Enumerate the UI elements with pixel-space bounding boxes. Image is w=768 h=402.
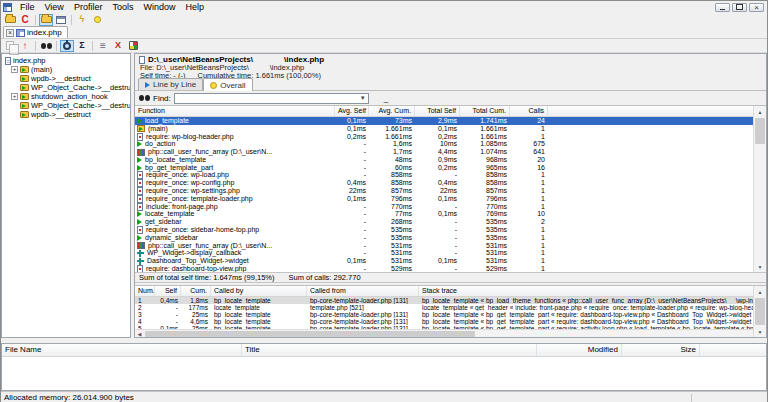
column-header-size[interactable]: Size — [622, 344, 700, 356]
menu-window[interactable]: Window — [138, 2, 180, 13]
memory-view-icon[interactable]: ≡ — [96, 40, 110, 52]
column-header-avg-cum[interactable]: Avg. Cum. — [369, 106, 415, 116]
column-header-title[interactable]: Title — [242, 344, 537, 356]
menu-view[interactable]: View — [40, 2, 69, 13]
open-folder-icon[interactable] — [39, 14, 53, 26]
table-row[interactable]: php::call_user_func_array (D:\_user\N...… — [135, 242, 753, 250]
table-row[interactable]: Dashboard_Top_Widget->widget0,1ms531ms0,… — [135, 257, 753, 265]
column-header-total-self[interactable]: Total Self — [415, 106, 460, 116]
table-row[interactable]: (main)0,1ms1.661ms0,1ms1.661ms1 — [135, 125, 753, 133]
overall-scrollbar[interactable]: ▲ ▼ — [753, 106, 766, 272]
table-row[interactable]: require: wp-blog-header.php0,2ms1.661ms0… — [135, 133, 753, 141]
function-name: require_once: wp-settings.php — [146, 187, 240, 195]
lamp-glyph — [94, 16, 101, 23]
menu-profiler[interactable]: Profiler — [69, 2, 108, 13]
timer-view-icon[interactable] — [60, 40, 74, 52]
tree-item-shutdown-action-hook[interactable]: +shutdown_action_hook — [2, 92, 130, 101]
scroll-down-icon[interactable]: ▼ — [754, 261, 766, 272]
table-row[interactable]: require_once: wp-settings.php22ms857ms22… — [135, 187, 753, 195]
table-row[interactable]: 10,4ms1,8msbp_locate_templatebp-core-tem… — [135, 297, 753, 304]
callers-hscrollbar[interactable]: ◀ — [135, 329, 753, 337]
reload-profile-icon[interactable]: C — [18, 14, 32, 26]
tree-item-wp-object-cache-destruct[interactable]: WP_Object_Cache->__destruct — [2, 101, 130, 110]
table-row[interactable]: do_action-1,6ms10ms1.085ms675 — [135, 140, 753, 148]
scroll-thumb[interactable] — [755, 298, 765, 325]
find-input[interactable]: ▼ — [174, 93, 369, 104]
column-header-modified[interactable]: Modified — [537, 344, 622, 356]
table-row[interactable]: WP_Widget->display_callback-531ms-531ms1 — [135, 250, 753, 258]
scroll-thumb[interactable] — [755, 118, 765, 144]
menu-tools[interactable]: Tools — [107, 2, 138, 13]
table-row[interactable]: 4-4,6msbp_locate_templatebp-core-templat… — [135, 318, 753, 325]
chart-view-icon[interactable] — [126, 40, 140, 52]
column-header-file-name[interactable]: File Name — [2, 344, 242, 356]
inc-icon — [137, 187, 143, 195]
table-row[interactable]: require_once: wp-load.php-858ms-858ms1 — [135, 172, 753, 180]
table-row[interactable]: require_once: wp-config.php0,4ms858ms0,4… — [135, 179, 753, 187]
column-header-calls[interactable]: Calls — [510, 106, 548, 116]
column-header-called-from[interactable]: Called from — [307, 286, 419, 296]
table-row[interactable]: get_sidebar-268ms-535ms2 — [135, 218, 753, 226]
value-cell: - — [335, 210, 369, 218]
expander-icon[interactable]: + — [11, 93, 18, 100]
app-icon[interactable] — [3, 3, 12, 12]
value-cell: 770ms — [460, 203, 510, 211]
table-row[interactable]: load_template0,1ms73ms2,9ms1.741ms24 — [135, 117, 753, 125]
column-header-self[interactable]: Self — [155, 286, 181, 296]
tab-index-php[interactable]: ×index.php — [3, 26, 68, 38]
tree-item-main[interactable]: +(main) — [2, 65, 130, 74]
copy-icon[interactable] — [3, 40, 17, 52]
callers-scrollbar[interactable]: ▲ ▼ — [753, 286, 766, 337]
table-row[interactable]: bp_get_template_part-60ms0,2ms965ms16 — [135, 164, 753, 172]
table-row[interactable]: bp_locate_template-48ms0,9ms968ms20 — [135, 156, 753, 164]
scroll-up-icon[interactable]: ▲ — [754, 106, 766, 117]
column-header-called-by[interactable]: Called by — [211, 286, 307, 296]
column-header-function[interactable]: Function — [135, 106, 335, 116]
hotspots-icon[interactable]: ↑ — [18, 40, 32, 52]
close-tab-icon[interactable]: × — [6, 29, 14, 37]
minimize-icon[interactable] — [715, 3, 730, 12]
chevron-down-icon[interactable]: ▼ — [360, 95, 368, 101]
column-header-num[interactable]: Num. — [135, 286, 155, 296]
table-row[interactable]: 3-25msbp_locate_templatebp-core-template… — [135, 311, 753, 318]
scroll-thumb[interactable] — [145, 331, 475, 337]
scroll-down-icon[interactable]: ▼ — [754, 326, 766, 337]
tab-overall[interactable]: Overall — [203, 78, 252, 91]
column-header-total-cum[interactable]: Total Cum. — [460, 106, 510, 116]
binoculars-glyph — [41, 43, 52, 49]
column-header-stack-trace[interactable]: Stack trace — [419, 286, 753, 296]
table-row[interactable]: require_once: template-loader.php0,1ms79… — [135, 195, 753, 203]
tab-line-by-line[interactable]: Line by Line — [138, 78, 203, 90]
column-header-cum[interactable]: Cum. — [181, 286, 211, 296]
table-row[interactable]: dynamic_sidebar-535ms-535ms1 — [135, 234, 753, 242]
tree-item-wpdb-destruct[interactable]: wpdb->__destruct — [2, 110, 130, 119]
tree-item-index-php[interactable]: index.php — [2, 56, 130, 65]
clear-icon[interactable]: X — [111, 40, 125, 52]
scroll-up-icon[interactable]: ▲ — [754, 286, 766, 297]
table-row[interactable]: require_once: sidebar-home-top.php-535ms… — [135, 226, 753, 234]
value-cell: 858ms — [460, 179, 510, 187]
find-icon[interactable] — [39, 40, 53, 52]
summary-view-icon[interactable]: Σ — [75, 40, 89, 52]
scroll-left-icon[interactable]: ◀ — [135, 330, 144, 337]
properties-icon[interactable] — [54, 14, 68, 26]
tree-item-wp-object-cache-destruct[interactable]: WP_Object_Cache->__destruct — [2, 83, 130, 92]
tree-item-wpdb-destruct[interactable]: wpdb->__destruct — [2, 74, 130, 83]
file-icon — [5, 57, 11, 65]
expander-icon[interactable]: + — [11, 66, 18, 73]
table-row[interactable]: php::call_user_func_array (D:\_user\N...… — [135, 148, 753, 156]
table-row[interactable]: require: dashboard-top-view.php-529ms-52… — [135, 265, 753, 272]
open-file-icon[interactable] — [3, 14, 17, 26]
column-header-avg-self[interactable]: Avg. Self — [335, 106, 369, 116]
value-cell: 531ms — [369, 242, 415, 250]
menu-file[interactable]: File — [15, 2, 40, 13]
restore-icon[interactable] — [732, 3, 747, 12]
tip-lamp-icon[interactable] — [90, 14, 104, 26]
table-row[interactable]: locate_template-77ms0,1ms769ms10 — [135, 211, 753, 219]
profiler-key-icon[interactable]: ϟ — [75, 14, 89, 26]
table-row[interactable]: include: front-page.php-770ms-770ms1 — [135, 203, 753, 211]
table-row[interactable]: 2-177mslocate_templatetemplate.php [521]… — [135, 304, 753, 311]
menu-help[interactable]: Help — [180, 2, 209, 13]
close-icon[interactable]: × — [749, 3, 764, 12]
view-tab-label: Line by Line — [153, 80, 196, 89]
